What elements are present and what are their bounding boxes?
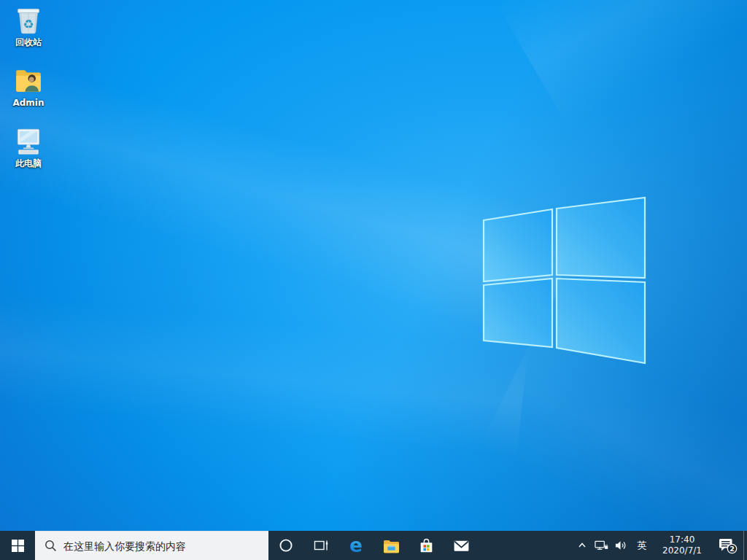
file-explorer-icon [382,537,400,555]
desktop-icon-label: Admin [12,98,44,108]
show-desktop-button[interactable] [743,531,747,560]
cortana-icon [279,538,293,553]
taskbar-button-task-view[interactable] [303,531,338,560]
user-folder-icon [13,65,44,96]
windows-desktop: ♻ 回收站 Admin 此电脑 [0,0,747,560]
windows-start-icon [12,540,24,552]
desktop-icon-label: 回收站 [15,37,42,47]
recycle-symbol: ♻ [23,17,34,31]
tray-time: 17:40 [670,534,695,545]
search-icon [44,540,57,552]
ethernet-icon [595,540,608,551]
start-button[interactable] [0,531,35,560]
system-tray: 英 17:40 2020/7/1 2 [567,531,747,560]
taskbar-button-cortana[interactable] [268,531,303,560]
action-center-button[interactable]: 2 [711,531,743,560]
taskbar: e [0,531,747,560]
chevron-up-icon [578,541,587,550]
hidden-icons-button[interactable] [573,531,592,560]
taskbar-search[interactable] [35,531,268,560]
notification-badge-count: 2 [729,545,735,553]
language-indicator[interactable]: 英 [631,531,653,560]
volume-tray-icon[interactable] [611,531,631,560]
taskbar-clock[interactable]: 17:40 2020/7/1 [653,531,711,560]
windows-logo-wallpaper [0,0,747,560]
desktop-icon-list: ♻ 回收站 Admin 此电脑 [0,4,57,186]
action-center-icon: 2 [718,537,738,555]
taskbar-button-store[interactable] [409,531,444,560]
edge-icon: e [347,536,365,555]
task-view-icon [312,537,330,554]
search-input[interactable] [63,540,253,552]
mail-icon [452,537,471,555]
desktop-icon-label: 此电脑 [15,158,42,168]
taskbar-button-file-explorer[interactable] [374,531,409,560]
language-label: 英 [638,539,647,552]
recycle-bin-icon: ♻ [13,4,44,35]
network-tray-icon[interactable] [592,531,611,560]
edge-glyph: e [349,536,363,555]
desktop-icon-recycle-bin[interactable]: ♻ 回收站 [0,4,57,47]
speaker-icon [614,540,628,551]
taskbar-button-mail[interactable] [444,531,479,560]
desktop-icon-admin-folder[interactable]: Admin [0,65,57,108]
taskbar-button-edge[interactable]: e [338,531,374,560]
desktop-icon-this-pc[interactable]: 此电脑 [0,125,57,168]
this-pc-icon [13,125,44,156]
desktop-wallpaper [0,0,747,560]
microsoft-store-icon [417,537,436,555]
tray-date: 2020/7/1 [662,545,702,556]
